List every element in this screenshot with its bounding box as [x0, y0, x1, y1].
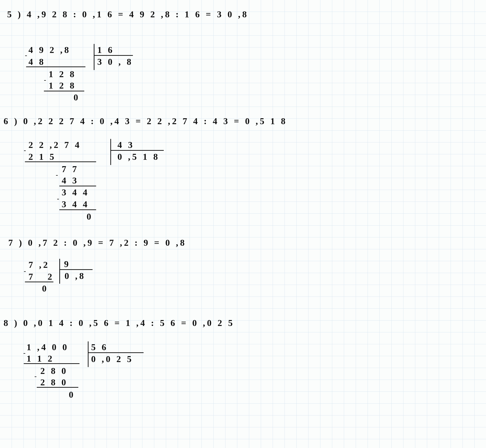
p7-rule-1 [25, 281, 53, 282]
p8-quotient: 0 ,0 2 5 [91, 354, 133, 364]
p7-remainder: 0 [42, 283, 48, 294]
p5-minus2: - [44, 76, 48, 84]
p5-quotient: 3 0 , 8 [97, 56, 133, 67]
p6-step1-sub: 2 1 5 [29, 152, 56, 162]
p7-minus1: - [24, 267, 28, 275]
p6-step3-sub: 3 4 4 [62, 199, 89, 209]
p6-step2-sub: 4 3 [62, 175, 79, 186]
p8-div-hline [88, 352, 144, 353]
p5-rule-1 [26, 66, 86, 67]
p8-rule-1 [24, 363, 79, 364]
p6-quotient: 0 ,5 1 8 [118, 152, 160, 162]
p7-divisor: 9 [64, 259, 71, 269]
p6-remainder: 0 [87, 211, 93, 222]
p8-step1-sub: 1 1 2 [27, 353, 54, 364]
p6-div-vline [110, 139, 111, 165]
p6-step3-diff: 3 4 4 [62, 187, 89, 198]
p8-rule-2 [37, 387, 78, 388]
p5-div-hline [94, 55, 133, 56]
p6-divisor: 4 3 [118, 140, 134, 150]
p6-minus2: - [56, 171, 60, 178]
p8-div-vline [88, 341, 88, 367]
p6-step2-diff: 7 7 [62, 164, 79, 174]
problem-6-header: 6 ) 0 ,2 2 2 7 4 : 0 ,4 3 = 2 2 ,2 7 4 :… [4, 116, 287, 126]
p5-remainder: 0 [74, 92, 80, 103]
p7-dividend: 7 ,2 [29, 259, 50, 270]
p6-minus1: - [24, 146, 28, 154]
p8-dividend: 1 ,4 0 0 [27, 342, 69, 352]
problem-8-header: 8 ) 0 ,0 1 4 : 0 ,5 6 = 1 ,4 : 5 6 = 0 ,… [4, 318, 235, 328]
p5-div-vline [94, 44, 94, 70]
p8-step2-diff: 2 8 0 [40, 366, 68, 376]
p5-dividend: 4 9 2 ,8 [29, 45, 71, 55]
problem-5-header: 5 ) 4 ,9 2 8 : 0 ,1 6 = 4 9 2 ,8 : 1 6 =… [7, 9, 249, 19]
p6-rule-2 [59, 186, 96, 186]
problem-7-header: 7 ) 0 ,7 2 : 0 ,9 = 7 ,2 : 9 = 0 ,8 [8, 237, 187, 248]
p8-divisor: 5 6 [91, 342, 108, 352]
p8-step2-sub: 2 8 0 [40, 377, 68, 387]
p7-div-vline [59, 259, 60, 284]
p5-divisor: 1 6 [97, 45, 114, 55]
p6-minus3: - [57, 195, 61, 202]
p5-rule-2 [44, 91, 84, 91]
p6-rule-1 [25, 161, 96, 162]
p7-quotient: 0 ,8 [64, 271, 86, 281]
p6-dividend: 2 2 ,2 7 4 [29, 140, 81, 150]
p8-remainder: 0 [69, 389, 75, 400]
p7-div-hline [59, 269, 93, 270]
p5-step1-sub: 4 8 [29, 56, 46, 67]
p6-div-hline [110, 150, 164, 151]
p7-step1-sub: 7 2 [29, 271, 58, 282]
p6-rule-3 [59, 209, 96, 210]
p5-step2-sub: 1 2 8 [49, 80, 76, 91]
p5-step2-diff: 1 2 8 [49, 69, 76, 79]
p8-minus2: - [34, 372, 39, 380]
